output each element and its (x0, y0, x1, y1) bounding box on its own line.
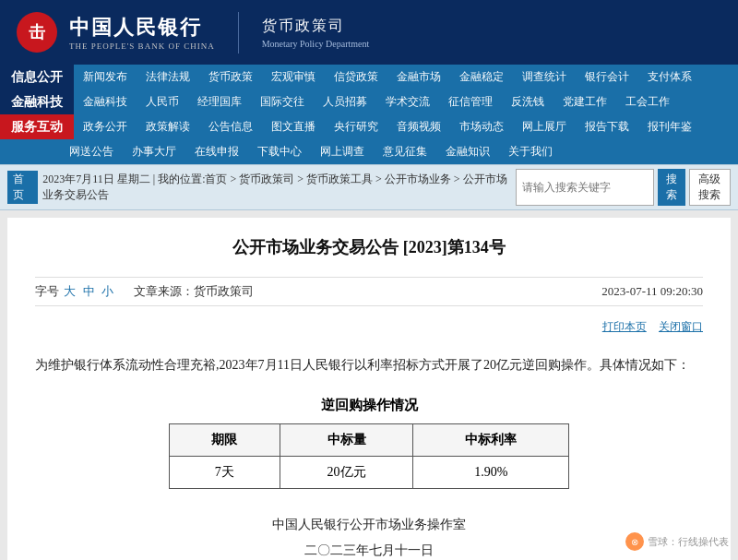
nav-yearbook[interactable]: 报刊年鉴 (638, 114, 701, 139)
logo-text: 中国人民银行 THE PEOPLE'S BANK OF CHINA (69, 14, 215, 51)
nav-financial-market[interactable]: 金融市场 (387, 65, 450, 89)
nav-video[interactable]: 音频视频 (387, 114, 450, 139)
table-row: 7天 20亿元 1.90% (169, 457, 568, 489)
nav-row-3: 服务互动 政务公开 政策解读 公告信息 图文直播 央行研究 音频视频 市场动态 … (0, 114, 738, 139)
operations-table: 期限 中标量 中标利率 7天 20亿元 1.90% (169, 423, 569, 489)
nav-macro[interactable]: 宏观审慎 (262, 65, 325, 89)
table-title: 逆回购操作情况 (35, 397, 703, 414)
nav-opinion[interactable]: 意见征集 (374, 139, 436, 164)
nav-online-survey[interactable]: 网上调查 (311, 139, 374, 164)
nav-online-hall[interactable]: 网上展厅 (513, 114, 576, 139)
nav-items-row3: 政务公开 政策解读 公告信息 图文直播 央行研究 音频视频 市场动态 网上展厅 … (74, 114, 738, 139)
cell-period: 7天 (169, 457, 280, 489)
nav-row-1: 信息公开 新闻发布 法律法规 货币政策 宏观审慎 信贷政策 金融市场 金融稳定 … (0, 65, 738, 89)
nav-download[interactable]: 下载中心 (248, 139, 311, 164)
watermark-text: 雪球：行线操代表 (648, 535, 729, 549)
print-link[interactable]: 打印本页 (602, 320, 647, 333)
nav-recruit[interactable]: 人员招募 (314, 89, 376, 114)
nav-livestream[interactable]: 图文直播 (262, 114, 325, 139)
nav-fin-knowledge[interactable]: 金融知识 (436, 139, 499, 164)
fontsize-label: 字号 大 中 小 (35, 283, 115, 300)
nav-financial-stability[interactable]: 金融稳定 (450, 65, 513, 89)
nav-party[interactable]: 党建工作 (554, 89, 616, 114)
nav-items-row1: 新闻发布 法律法规 货币政策 宏观审慎 信贷政策 金融市场 金融稳定 调查统计 … (74, 65, 738, 89)
close-link[interactable]: 关闭窗口 (659, 320, 703, 333)
fontsize-large[interactable]: 大 (64, 284, 76, 298)
article-meta: 字号 大 中 小 文章来源：货币政策司 2023-07-11 09:20:30 (35, 277, 703, 306)
nav-rmb[interactable]: 人民币 (137, 89, 188, 114)
logo-cn-text: 中国人民银行 (69, 14, 215, 42)
article-body: 为维护银行体系流动性合理充裕,2023年7月11日人民银行以利率招标方式开展了2… (35, 352, 703, 378)
nav-office-hall[interactable]: 办事大厅 (123, 139, 185, 164)
nav-research[interactable]: 央行研究 (325, 114, 387, 139)
print-bar: 打印本页 关闭窗口 (35, 316, 703, 339)
nav-label-service: 服务互动 (0, 114, 74, 139)
col-rate: 中标利率 (413, 424, 569, 457)
nav-row-2: 金融科技 金融科技 人民币 经理国库 国际交往 人员招募 学术交流 征信管理 反… (0, 89, 738, 114)
cell-rate: 1.90% (413, 457, 569, 489)
watermark: ⊗ 雪球：行线操代表 (625, 532, 729, 551)
nav-law[interactable]: 法律法规 (137, 65, 199, 89)
nav-about-us[interactable]: 关于我们 (499, 139, 562, 164)
nav-market-dyn[interactable]: 市场动态 (450, 114, 513, 139)
col-period: 期限 (169, 424, 280, 457)
nav-union[interactable]: 工会工作 (616, 89, 679, 114)
dept-cn-text: 货币政策司 (262, 17, 370, 36)
logo-en-text: THE PEOPLE'S BANK OF CHINA (69, 42, 215, 51)
nav-notice[interactable]: 公告信息 (199, 114, 262, 139)
breadcrumb-bar: 首页 2023年7月11日 星期二 | 我的位置:首页 > 货币政策司 > 货币… (0, 164, 738, 210)
main-content: 公开市场业务交易公告 [2023]第134号 字号 大 中 小 文章来源：货币政… (7, 218, 731, 560)
table-section: 逆回购操作情况 期限 中标量 中标利率 7天 20亿元 1.90% (35, 397, 703, 489)
search-input[interactable] (516, 169, 654, 206)
nav-payment[interactable]: 支付体系 (638, 65, 701, 89)
nav-policy-interp[interactable]: 政策解读 (137, 114, 199, 139)
nav-academic[interactable]: 学术交流 (376, 89, 439, 114)
page-header: 击 中国人民银行 THE PEOPLE'S BANK OF CHINA 货币政策… (0, 0, 738, 65)
nav-banking[interactable]: 银行会计 (576, 65, 638, 89)
watermark-icon: ⊗ (625, 532, 644, 551)
advanced-search-button[interactable]: 高级搜索 (689, 169, 731, 206)
nav-label-spacer (0, 139, 60, 164)
nav-intl[interactable]: 国际交往 (251, 89, 314, 114)
logo-divider (238, 12, 239, 54)
fontsize-small[interactable]: 小 (101, 284, 113, 298)
nav-treasury[interactable]: 经理国库 (188, 89, 251, 114)
fontsize-mid[interactable]: 中 (83, 284, 95, 298)
article-source: 文章来源：货币政策司 (134, 283, 254, 300)
search-button[interactable]: 搜索 (658, 169, 685, 206)
breadcrumb-path: 2023年7月11日 星期二 | 我的位置:首页 > 货币政策司 > 货币政策工… (42, 172, 511, 203)
table-header-row: 期限 中标量 中标利率 (169, 424, 568, 457)
nav-credit[interactable]: 信贷政策 (325, 65, 387, 89)
nav-items-row4: 网送公告 办事大厅 在线申报 下载中心 网上调查 意见征集 金融知识 关于我们 (60, 139, 738, 164)
nav-news[interactable]: 新闻发布 (74, 65, 137, 89)
dept-text: 货币政策司 Monetary Policy Department (262, 17, 370, 49)
search-area: 搜索 高级搜索 (516, 169, 731, 206)
svg-text:击: 击 (29, 23, 46, 42)
footer-line2: 二〇二三年七月十一日 (35, 538, 703, 560)
bank-logo-icon: 击 (14, 9, 60, 55)
nav-items-row2: 金融科技 人民币 经理国库 国际交往 人员招募 学术交流 征信管理 反洗钱 党建… (74, 89, 738, 114)
nav-gov-open[interactable]: 政务公开 (74, 114, 137, 139)
article-footer: 中国人民银行公开市场业务操作室 二〇二三年七月十一日 (35, 512, 703, 560)
nav-row-4: 网送公告 办事大厅 在线申报 下载中心 网上调查 意见征集 金融知识 关于我们 (0, 139, 738, 164)
logo-area: 击 中国人民银行 THE PEOPLE'S BANK OF CHINA 货币政策… (14, 9, 369, 55)
nav-report-dl[interactable]: 报告下载 (576, 114, 638, 139)
nav-announcement[interactable]: 网送公告 (60, 139, 123, 164)
nav-online-filing[interactable]: 在线申报 (185, 139, 248, 164)
article-date: 2023-07-11 09:20:30 (601, 284, 703, 299)
nav-aml[interactable]: 反洗钱 (502, 89, 554, 114)
article-title: 公开市场业务交易公告 [2023]第134号 (35, 236, 703, 258)
breadcrumb-home[interactable]: 首页 (7, 171, 38, 204)
nav-container: 信息公开 新闻发布 法律法规 货币政策 宏观审慎 信贷政策 金融市场 金融稳定 … (0, 65, 738, 164)
nav-label-info: 信息公开 (0, 65, 74, 89)
col-amount: 中标量 (280, 424, 412, 457)
fontsize-text: 字号 (35, 284, 62, 298)
nav-fintech[interactable]: 金融科技 (74, 89, 137, 114)
nav-monetary[interactable]: 货币政策 (199, 65, 262, 89)
nav-survey[interactable]: 调查统计 (513, 65, 576, 89)
footer-line1: 中国人民银行公开市场业务操作室 (35, 512, 703, 538)
nav-label-fintech: 金融科技 (0, 89, 74, 114)
nav-credit-mgmt[interactable]: 征信管理 (439, 89, 502, 114)
dept-en-text: Monetary Policy Department (262, 39, 370, 49)
cell-amount: 20亿元 (280, 457, 412, 489)
